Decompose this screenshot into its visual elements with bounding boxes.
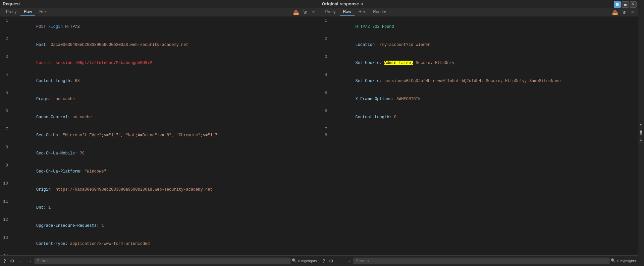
list-view-button[interactable]: ☰ <box>622 1 629 8</box>
response-content[interactable]: 1 HTTP/2 302 Found 2 Location: /my-accou… <box>319 16 638 255</box>
dropdown-arrow-icon[interactable]: ∨ <box>361 2 363 6</box>
response-pane: Original response ∨ Pretty Raw Hex Rende… <box>319 0 638 266</box>
table-row: 8 Sec-Ch-Ua-Mobile: ?0 <box>0 144 319 162</box>
tab-render-response[interactable]: Render <box>370 8 389 16</box>
table-row: 6 Content-Length: 0 <box>319 108 638 126</box>
split-view-button[interactable]: ⊞ <box>614 1 621 8</box>
table-row: 1 HTTP/2 302 Found <box>319 18 638 36</box>
tab-hex-response[interactable]: Hex <box>355 8 369 16</box>
help-button-left[interactable]: ? <box>2 258 7 264</box>
table-row: 4 Set-Cookie: session=oBLCgDJofMLsrrwo0l… <box>319 72 638 90</box>
request-tab-bar: Pretty Raw Hex 📤 \n ≡ <box>0 8 319 16</box>
response-header: Original response ∨ <box>319 0 638 8</box>
table-row: 10 Origin: https://0aca00e30498eb2083890… <box>0 181 319 199</box>
table-row: 3 Cookie: session=lN6gLZTzffmtnbec7MskJb… <box>0 54 319 72</box>
back-button-right[interactable]: ← <box>336 258 343 264</box>
table-row: 2 Host: 0aca00e30498eb2083890a9600b200a8… <box>0 36 319 54</box>
table-row: 7 Sec-Ch-Ua: "Microsoft Edge";v="117", "… <box>0 126 319 144</box>
search-input-left[interactable] <box>35 258 290 264</box>
table-row: 9 Sec-Ch-Ua-Platform: "Windows" <box>0 162 319 181</box>
request-header: Request <box>0 0 319 8</box>
tab-hex-request[interactable]: Hex <box>36 8 50 16</box>
send-to-button-right[interactable]: 📤 <box>611 9 619 15</box>
request-tab-actions: 📤 \n ≡ <box>292 9 316 15</box>
more-button[interactable]: ≡ <box>311 9 316 15</box>
send-to-button[interactable]: 📤 <box>292 9 300 15</box>
table-row: 5 X-Frame-Options: SAMEORIGIN <box>319 90 638 108</box>
table-row: 12 Upgrade-Insecure-Requests: 1 <box>0 217 319 235</box>
request-title: Request <box>3 1 20 6</box>
table-row: 3 Set-Cookie: Admin=false; Secure; HttpO… <box>319 54 638 72</box>
tab-raw-response[interactable]: Raw <box>340 8 355 16</box>
help-button-right[interactable]: ? <box>321 258 327 264</box>
table-row: 7 <box>319 126 638 132</box>
table-row: 14 User-Agent: Mozilla/5.0 (Windows NT 1… <box>0 253 319 255</box>
response-tab-actions: 📤 \n ≡ <box>611 9 635 15</box>
table-row: 11 Dnt: 1 <box>0 199 319 217</box>
table-row: 6 Cache-Control: no-cache <box>0 108 319 126</box>
tab-raw-request[interactable]: Raw <box>20 8 35 16</box>
table-row: 2 Location: /my-account?id=wiener <box>319 36 638 54</box>
http-method: POST <box>36 24 48 29</box>
highlights-count-left: 0 highlights <box>298 259 317 263</box>
newline-button-right[interactable]: \n <box>621 9 628 15</box>
request-content[interactable]: 1 POST /login HTTP/2 2 Host: 0aca00e3049… <box>0 16 319 255</box>
search-icon-right: 🔍 <box>611 258 616 263</box>
admin-highlight: Admin=false; <box>384 61 413 65</box>
tab-pretty-response[interactable]: Pretty <box>322 8 339 16</box>
request-url: /login <box>48 24 63 29</box>
search-icon-left: 🔍 <box>292 258 297 263</box>
table-row: 5 Pragma: no-cache <box>0 90 319 108</box>
newline-button[interactable]: \n <box>302 9 309 15</box>
request-bottom-bar: ? ⚙ ← → 🔍 0 highlights <box>0 255 319 266</box>
table-row: 8 <box>319 132 638 138</box>
table-row: 4 Content-Length: 68 <box>0 72 319 90</box>
forward-button-right[interactable]: → <box>345 258 352 264</box>
request-pane: Request Pretty Raw Hex 📤 \n ≡ 1 POST /lo… <box>0 0 319 266</box>
response-bottom-bar: ? ⚙ ← → 🔍 0 highlights <box>319 255 638 266</box>
back-button-left[interactable]: ← <box>17 258 24 264</box>
response-tab-bar: Pretty Raw Hex Render 📤 \n ≡ <box>319 8 638 16</box>
highlights-count-right: 0 highlights <box>617 259 636 263</box>
inspector-panel[interactable]: Inspector <box>638 0 644 266</box>
top-right-toolbar: ⊞ ☰ ✕ <box>614 1 637 8</box>
more-button-right[interactable]: ≡ <box>630 9 635 15</box>
forward-button-left[interactable]: → <box>26 258 33 264</box>
close-button[interactable]: ✕ <box>630 1 637 8</box>
table-row: 1 POST /login HTTP/2 <box>0 18 319 36</box>
inspector-label: Inspector <box>639 123 643 143</box>
table-row: 13 Content-Type: application/x-www-form-… <box>0 235 319 253</box>
search-input-right[interactable] <box>354 258 609 264</box>
settings-button-right[interactable]: ⚙ <box>328 258 335 264</box>
tab-pretty-request[interactable]: Pretty <box>3 8 20 16</box>
response-title: Original response <box>322 1 359 6</box>
settings-button-left[interactable]: ⚙ <box>9 258 16 264</box>
